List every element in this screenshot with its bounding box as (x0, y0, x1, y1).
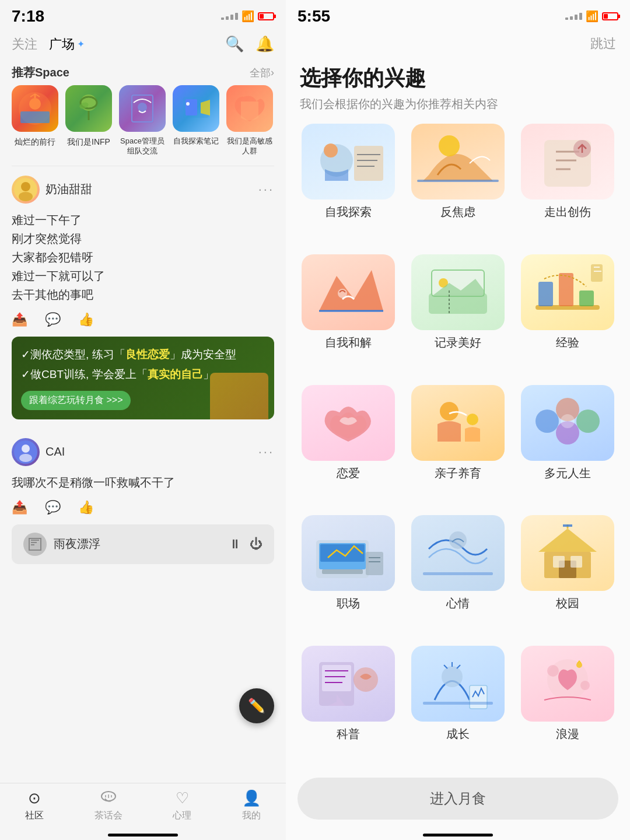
post-1-content: 难过一下午了刚才突然觉得大家都会犯错呀难过一下就可以了去干其他的事吧 (12, 211, 274, 304)
chevron-right-icon: › (271, 66, 274, 79)
post-2-more-btn[interactable]: ··· (258, 444, 274, 460)
interest-memory[interactable]: 记录美好 (407, 254, 509, 377)
space-label-1: 灿烂的前行 (15, 136, 55, 147)
interest-love[interactable]: 恋爱 (298, 385, 399, 508)
svg-point-15 (186, 102, 190, 106)
interest-icon-parenting (411, 385, 505, 461)
post-2-header: CAI ··· (12, 438, 274, 466)
interest-science[interactable]: 科普 (298, 646, 399, 768)
right-time: 5:55 (298, 7, 330, 26)
interest-work[interactable]: 职场 (298, 515, 399, 638)
right-status-bar: 5:55 📶 (286, 0, 630, 30)
bottom-nav-psychology[interactable]: ♡ 心理 (173, 789, 191, 822)
like-btn-2[interactable]: 👍 (78, 500, 94, 515)
post-1-avatar (12, 176, 40, 204)
comment-btn-1[interactable]: 💬 (45, 312, 61, 327)
ad-highlight-2: 真实的自己 (148, 368, 203, 380)
post-1: 奶油甜甜 ··· 难过一下午了刚才突然觉得大家都会犯错呀难过一下就可以了去干其他… (0, 166, 286, 337)
interest-icon-reconcile (302, 254, 395, 330)
svg-rect-42 (538, 282, 553, 306)
interest-mood[interactable]: 心情 (407, 515, 509, 638)
left-panel: 7:18 📶 关注 广场 ✦ 🔍 🔔 (0, 0, 286, 840)
svg-point-32 (439, 135, 460, 156)
svg-marker-65 (538, 528, 597, 552)
interest-anxiety[interactable]: 反焦虑 (407, 124, 509, 246)
floating-edit-btn[interactable]: ✏️ (239, 688, 274, 723)
space-scroll-list: 灿烂的前行 我们是INFP (0, 85, 286, 166)
interest-grid: 自我探索 反焦虑 (286, 124, 630, 768)
interest-romance[interactable]: 浪漫 (517, 646, 618, 768)
tab-guangchang[interactable]: 广场 ✦ (49, 36, 85, 53)
post-2-actions: 📤 💬 👍 (12, 500, 274, 515)
bell-icon[interactable]: 🔔 (256, 35, 274, 53)
svg-rect-1 (20, 111, 50, 123)
skip-btn[interactable]: 跳过 (590, 35, 616, 52)
space-item[interactable]: 我们是INFP (65, 85, 112, 156)
ad-highlight-1: 良性恋爱 (125, 348, 170, 360)
interest-parenting[interactable]: 亲子养育 (407, 385, 509, 508)
search-icon[interactable]: 🔍 (225, 35, 244, 53)
tab-follow[interactable]: 关注 (12, 36, 37, 53)
svg-point-80 (547, 665, 559, 677)
space-avatar-3 (119, 85, 166, 132)
svg-point-76 (442, 666, 463, 687)
bottom-nav-mine[interactable]: 👤 我的 (242, 789, 261, 822)
left-status-icons: 📶 (221, 10, 274, 23)
interest-label-work: 职场 (337, 596, 360, 611)
interest-label-trauma: 走出创伤 (544, 204, 591, 220)
post-1-more-btn[interactable]: ··· (258, 182, 274, 197)
interest-campus[interactable]: 校园 (517, 515, 618, 638)
interest-icon-romance (521, 646, 614, 722)
space-item[interactable]: 自我探索笔记 (173, 85, 219, 156)
interest-experience[interactable]: 经验 (517, 254, 618, 377)
interest-icon-memory (411, 254, 505, 330)
interest-label-experience: 经验 (556, 335, 579, 351)
right-battery-icon (602, 12, 618, 20)
left-time: 7:18 (12, 7, 44, 26)
post-2-content: 我哪次不是稍微一吓救喊不干了 (12, 473, 274, 492)
star-icon: ✦ (77, 38, 85, 50)
space-avatar-1 (12, 85, 58, 132)
pause-btn[interactable]: ⏸ (229, 537, 242, 552)
interest-label-campus: 校园 (556, 596, 579, 611)
audio-title: 雨夜漂浮 (54, 536, 222, 552)
bottom-nav: ⊙ 社区 茶话会 ♡ 心理 👤 我的 (0, 783, 286, 834)
ad-cta-btn[interactable]: 跟着综艺玩转月食 >>> (21, 391, 131, 410)
space-section-header: 推荐Space 全部 › (0, 58, 286, 85)
ad-banner[interactable]: ✓测依恋类型, 练习「良性恋爱」成为安全型 ✓做CBT训练, 学会爱上「真实的自… (12, 337, 274, 419)
interest-label-diverse: 多元人生 (544, 466, 591, 481)
enter-btn[interactable]: 进入月食 (298, 778, 618, 820)
space-more-btn[interactable]: 全部 › (250, 66, 274, 80)
post-1-header: 奶油甜甜 ··· (12, 176, 274, 204)
right-panel: 5:55 📶 跳过 选择你的兴趣 我们会根据你的兴趣为你推荐相关内容 (286, 0, 630, 840)
svg-point-27 (324, 144, 338, 158)
svg-rect-14 (186, 99, 197, 116)
interest-title: 选择你的兴趣 (286, 57, 630, 96)
psychology-label: 心理 (173, 810, 191, 822)
space-item[interactable]: 我们是高敏感人群 (226, 85, 273, 156)
right-status-icons: 📶 (565, 10, 618, 23)
share-btn-1[interactable]: 📤 (12, 312, 27, 327)
right-header: 跳过 (286, 30, 630, 57)
comment-btn-2[interactable]: 💬 (45, 500, 61, 515)
interest-diverse[interactable]: 多元人生 (517, 385, 618, 508)
space-item[interactable]: Space管理员组队交流 (119, 85, 166, 156)
interest-reconcile[interactable]: 自我和解 (298, 254, 399, 377)
psychology-icon: ♡ (176, 789, 189, 807)
share-btn-2[interactable]: 📤 (12, 500, 27, 515)
space-item[interactable]: 灿烂的前行 (12, 85, 58, 156)
interest-trauma[interactable]: 走出创伤 (517, 124, 618, 246)
svg-rect-59 (366, 552, 383, 575)
interest-icon-diverse (521, 385, 614, 461)
bottom-nav-chatroom[interactable]: 茶话会 (94, 789, 123, 822)
interest-label-romance: 浪漫 (556, 726, 579, 742)
svg-rect-33 (417, 180, 499, 182)
interest-self-explore[interactable]: 自我探索 (298, 124, 399, 246)
interest-growth[interactable]: 成长 (407, 646, 509, 768)
space-label-3: Space管理员组队交流 (119, 136, 166, 156)
bottom-nav-community[interactable]: ⊙ 社区 (25, 789, 44, 822)
power-btn[interactable]: ⏻ (250, 537, 262, 552)
nav-bar: 关注 广场 ✦ 🔍 🔔 (0, 30, 286, 58)
svg-rect-58 (322, 569, 363, 574)
like-btn-1[interactable]: 👍 (78, 312, 94, 327)
